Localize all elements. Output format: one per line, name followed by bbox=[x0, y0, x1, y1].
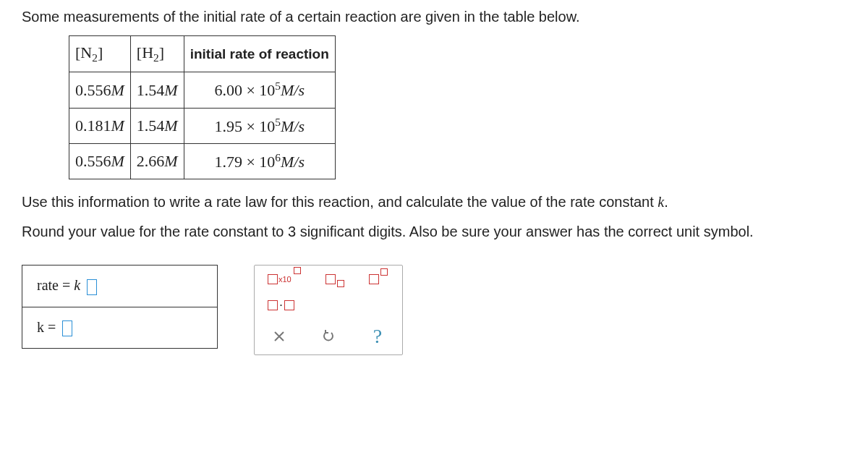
intro-text: Some measurements of the initial rate of… bbox=[22, 9, 846, 25]
table-row: 0.181M 1.54M 1.95 × 105M/s bbox=[69, 108, 336, 143]
instruction-2: Round your value for the rate constant t… bbox=[22, 224, 846, 240]
header-n2: [N2] bbox=[69, 36, 131, 72]
instruction-1: Use this information to write a rate law… bbox=[22, 194, 846, 211]
x-icon bbox=[273, 330, 286, 343]
table-row: 0.556M 2.66M 1.79 × 106M/s bbox=[69, 144, 336, 179]
k-input-cell[interactable]: k = bbox=[22, 307, 218, 348]
k-blank-box[interactable] bbox=[62, 320, 72, 336]
scientific-notation-button[interactable]: x10 bbox=[268, 274, 299, 284]
header-rate: initial rate of reaction bbox=[184, 36, 335, 72]
help-button[interactable]: ? bbox=[366, 326, 389, 347]
undo-icon bbox=[321, 329, 336, 344]
subscript-button[interactable] bbox=[326, 274, 343, 284]
rate-blank-box[interactable] bbox=[87, 279, 97, 295]
rate-input-cell[interactable]: rate = k bbox=[22, 266, 218, 307]
reset-button[interactable] bbox=[317, 326, 340, 347]
header-h2: [H2] bbox=[130, 36, 184, 72]
multiply-button[interactable]: · bbox=[268, 297, 294, 313]
clear-button[interactable] bbox=[268, 326, 291, 347]
data-table: [N2] [H2] initial rate of reaction 0.556… bbox=[69, 35, 336, 179]
table-row: 0.556M 1.54M 6.00 × 105M/s bbox=[69, 72, 336, 108]
toolbox-panel: x10 · ? bbox=[254, 265, 403, 355]
answer-table: rate = k k = bbox=[22, 265, 218, 349]
superscript-button[interactable] bbox=[369, 274, 386, 284]
